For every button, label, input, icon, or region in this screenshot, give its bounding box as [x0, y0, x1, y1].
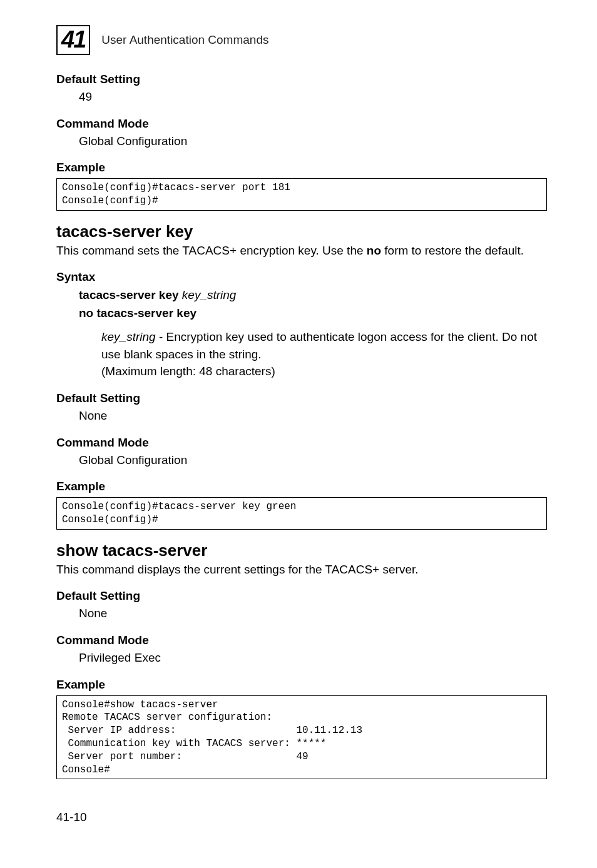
syntax-description: key_string - Encryption key used to auth…: [101, 328, 547, 380]
default-setting-heading: Default Setting: [56, 589, 547, 603]
section-intro: This command displays the current settin…: [56, 562, 547, 578]
syntax-line-2: no tacacs-server key: [79, 305, 547, 323]
syntax-line-1: tacacs-server key key_string: [79, 286, 547, 305]
desc-rest: - Encryption key used to authenticate lo…: [101, 330, 537, 361]
section-title-show-tacacs: show tacacs-server: [56, 541, 547, 560]
command-mode-value: Global Configuration: [79, 133, 547, 150]
example-heading: Example: [56, 161, 547, 174]
code-block: Console(config)#tacacs-server port 181 C…: [56, 178, 547, 211]
default-setting-heading: Default Setting: [56, 73, 547, 86]
desc-italic: key_string: [101, 330, 156, 343]
syntax-l1-bold: tacacs-server key: [79, 288, 182, 301]
example-heading: Example: [56, 678, 547, 692]
page-header: 41 User Authentication Commands: [56, 25, 547, 55]
example-heading: Example: [56, 480, 547, 493]
document-page: 41 User Authentication Commands Default …: [0, 0, 597, 849]
default-setting-value: 49: [79, 89, 547, 106]
intro-bold: no: [367, 244, 381, 257]
command-mode-value: Privileged Exec: [79, 650, 547, 667]
intro-post: form to restore the default.: [381, 244, 524, 257]
header-title: User Authentication Commands: [101, 33, 268, 47]
intro-pre: This command sets the TACACS+ encryption…: [56, 244, 367, 257]
default-setting-value: None: [79, 408, 547, 425]
command-mode-value: Global Configuration: [79, 452, 547, 469]
command-mode-heading: Command Mode: [56, 633, 547, 647]
section-title-tacacs-key: tacacs-server key: [56, 222, 547, 241]
command-mode-heading: Command Mode: [56, 436, 547, 450]
chapter-number: 41: [61, 26, 85, 53]
default-setting-value: None: [79, 605, 547, 622]
chapter-number-box: 41: [56, 25, 90, 55]
desc-line3: (Maximum length: 48 characters): [101, 365, 275, 378]
syntax-heading: Syntax: [56, 270, 547, 284]
code-block: Console#show tacacs-server Remote TACACS…: [56, 695, 547, 780]
code-block: Console(config)#tacacs-server key green …: [56, 497, 547, 530]
command-mode-heading: Command Mode: [56, 117, 547, 131]
page-number: 41-10: [56, 810, 547, 824]
default-setting-heading: Default Setting: [56, 391, 547, 405]
section-intro: This command sets the TACACS+ encryption…: [56, 243, 547, 260]
syntax-l1-italic: key_string: [182, 288, 237, 301]
